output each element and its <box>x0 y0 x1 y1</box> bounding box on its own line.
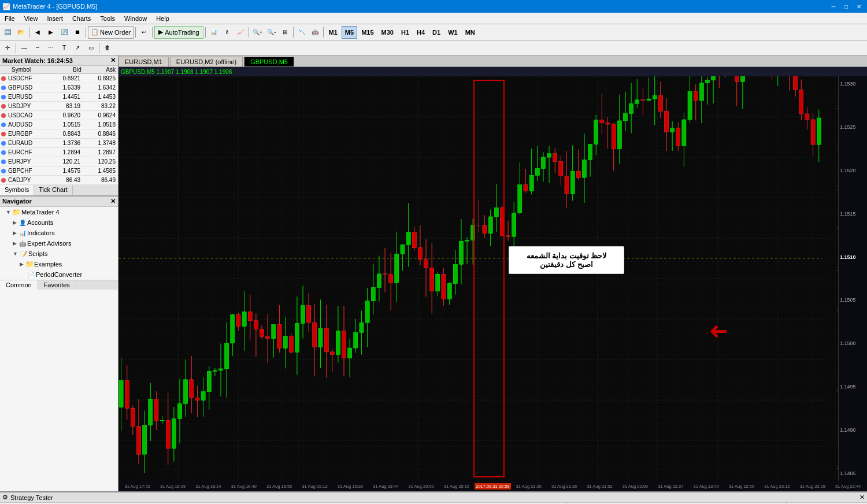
symbol-usdcad: USDCAD <box>7 112 47 118</box>
chart-canvas[interactable]: 1.1530 1.1525 1.1520 1.1515 1.1510 1.150… <box>118 76 867 481</box>
close-button[interactable]: ✕ <box>853 2 865 11</box>
market-row-gbpchf[interactable]: GBPCHF 1.4575 1.4585 <box>0 166 118 176</box>
strategy-tester-panel: ⚙ Strategy Tester ✕ 2 MA Crosses Mega fi… <box>0 491 867 504</box>
chart-type-line[interactable]: 📈 <box>234 26 247 39</box>
stop-button[interactable]: ⏹ <box>71 26 84 39</box>
chart-title: GBPUSD,M5 1.1907 1.1908 1.1907 1.1908 <box>118 67 867 76</box>
svg-rect-475 <box>740 76 744 81</box>
price-1490: 1.1490 <box>840 427 866 433</box>
nav-expert-advisors[interactable]: ▶ 🤖 Expert Advisors <box>0 238 118 249</box>
undo-button[interactable]: ↩ <box>138 26 150 39</box>
rect-button[interactable]: ▭ <box>84 42 97 54</box>
open-button[interactable]: 📂 <box>14 26 27 39</box>
st-close-icon[interactable]: ✕ <box>859 494 865 501</box>
svg-rect-399 <box>518 185 522 213</box>
autotrading-label: AutoTrading <box>165 29 199 36</box>
chart-tab-eurusd-m2[interactable]: EURUSD,M2 (offline) <box>170 57 243 66</box>
market-row-usdcad[interactable]: USDCAD 0.9620 0.9624 <box>0 111 118 120</box>
nav-accounts[interactable]: ▶ 👤 Accounts <box>0 217 118 228</box>
tab-tick-chart[interactable]: Tick Chart <box>34 185 73 195</box>
market-row-euraud[interactable]: EURAUD 1.3736 1.3748 <box>0 139 118 148</box>
nav-indicators[interactable]: ▶ 📊 Indicators <box>0 228 118 238</box>
refresh-button[interactable]: 🔄 <box>58 26 71 39</box>
chart-tab-eurusd-m1[interactable]: EURUSD,M1 <box>118 57 169 66</box>
nav-metatrader4[interactable]: ▼ 📁 MetaTrader 4 <box>0 207 118 217</box>
line-button[interactable]: — <box>18 42 31 54</box>
grid-button[interactable]: ⊞ <box>279 26 291 39</box>
crosshair-button[interactable]: ✛ <box>1 42 14 54</box>
market-row-eurchf[interactable]: EURCHF 1.2894 1.2897 <box>0 148 118 157</box>
svg-rect-433 <box>617 121 621 149</box>
svg-rect-321 <box>289 336 293 352</box>
svg-rect-263 <box>119 380 123 407</box>
script-file-icon: 📄 <box>27 270 36 279</box>
period-m30[interactable]: M30 <box>378 26 397 39</box>
hline-button[interactable]: ╌ <box>31 42 44 54</box>
minimize-button[interactable]: ─ <box>828 2 839 11</box>
period-m5[interactable]: M5 <box>342 26 357 39</box>
market-row-cadjpy[interactable]: CADJPY 86.43 86.49 <box>0 176 118 185</box>
nav-tab-favorites[interactable]: Favorites <box>38 280 76 290</box>
market-row-audusd[interactable]: AUDUSD 1.0515 1.0518 <box>0 120 118 129</box>
symbol-eurchf: EURCHF <box>7 149 47 155</box>
market-row-gbpusd[interactable]: GBPUSD 1.6339 1.6342 <box>0 83 118 92</box>
menu-charts[interactable]: Charts <box>68 13 95 24</box>
svg-rect-351 <box>377 274 381 288</box>
nav-period-converter[interactable]: 📄 PeriodConverter <box>0 269 118 280</box>
autotrading-button[interactable]: ▶ AutoTrading <box>154 26 203 39</box>
svg-rect-391 <box>494 208 498 217</box>
menu-tools[interactable]: Tools <box>95 13 120 24</box>
chart-type-bar[interactable]: 📊 <box>208 26 220 39</box>
delete-button[interactable]: 🗑 <box>101 42 114 54</box>
market-row-eurusd[interactable]: EURUSD 1.4451 1.4453 <box>0 92 118 102</box>
chart-tab-gbpusd-m5[interactable]: GBPUSD,M5 <box>244 57 294 66</box>
market-watch-close-icon[interactable]: ✕ <box>110 57 116 64</box>
svg-rect-323 <box>295 324 299 353</box>
forward-button[interactable]: ▶ <box>45 26 57 39</box>
zoom-in-button[interactable]: 🔍+ <box>251 26 265 39</box>
fib-button[interactable]: ⋯ <box>45 42 57 54</box>
tab-symbols[interactable]: Symbols <box>0 185 34 195</box>
chart-tabs-bar: EURUSD,M1 EURUSD,M2 (offline) GBPUSD,M5 <box>118 55 867 67</box>
text-button[interactable]: T <box>58 42 71 54</box>
new-button[interactable]: 🆕 <box>1 26 14 39</box>
nav-scripts[interactable]: ▼ 📝 Scripts <box>0 249 118 259</box>
chart-type-candle[interactable]: 🕯 <box>221 26 234 39</box>
market-row-usdchf[interactable]: USDCHF 0.8921 0.8925 <box>0 74 118 83</box>
menu-window[interactable]: Window <box>120 13 151 24</box>
svg-rect-287 <box>190 380 194 398</box>
period-d1[interactable]: D1 <box>429 26 444 39</box>
zoom-out-button[interactable]: 🔍- <box>265 26 278 39</box>
sep8 <box>323 27 324 38</box>
period-h4[interactable]: H4 <box>413 26 428 39</box>
arrow-button[interactable]: ↗ <box>71 42 84 54</box>
nav-tab-common[interactable]: Common <box>0 280 38 290</box>
period-mn[interactable]: MN <box>462 26 479 39</box>
expert-advisor-button[interactable]: 🤖 <box>309 26 321 39</box>
svg-rect-377 <box>453 264 457 283</box>
period-h1[interactable]: H1 <box>398 26 413 39</box>
left-panel: Market Watch: 16:24:53 ✕ Symbol Bid Ask … <box>0 55 118 491</box>
back-button[interactable]: ◀ <box>31 26 44 39</box>
market-rows-container: USDCHF 0.8921 0.8925 GBPUSD 1.6339 1.634… <box>0 74 118 185</box>
st-icon: ⚙ <box>2 494 8 501</box>
svg-rect-373 <box>442 274 446 299</box>
indicators-button[interactable]: 📉 <box>295 26 308 39</box>
period-m1[interactable]: M1 <box>325 26 341 39</box>
navigator-close-icon[interactable]: ✕ <box>110 198 116 205</box>
annotation-line1: لاحظ توقيت بداية الشمعه <box>516 251 617 260</box>
svg-rect-447 <box>658 95 662 112</box>
nav-examples[interactable]: ▶ 📁 Examples <box>0 259 118 269</box>
menu-file[interactable]: File <box>0 13 20 24</box>
market-row-eurgbp[interactable]: EURGBP 0.8843 0.8846 <box>0 129 118 139</box>
menu-view[interactable]: View <box>20 13 43 24</box>
period-w1[interactable]: W1 <box>444 26 461 39</box>
new-order-button[interactable]: 📋 New Order <box>88 26 134 39</box>
market-row-eurjpy[interactable]: EURJPY 120.21 120.25 <box>0 157 118 166</box>
maximize-button[interactable]: □ <box>840 2 852 11</box>
menu-help[interactable]: Help <box>151 13 174 24</box>
market-row-usdjpy[interactable]: USDJPY 83.19 83.22 <box>0 102 118 111</box>
scripts-icon: 📝 <box>19 249 28 258</box>
menu-insert[interactable]: Insert <box>42 13 68 24</box>
period-m15[interactable]: M15 <box>358 26 377 39</box>
